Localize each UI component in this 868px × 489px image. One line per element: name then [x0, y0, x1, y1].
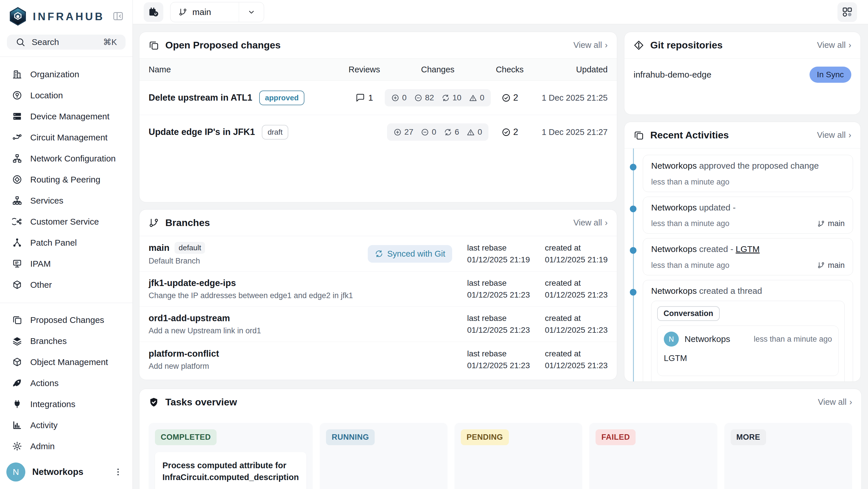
created-at-col: created at 01/12/2025 21:23 — [545, 349, 608, 370]
check-circle-icon — [501, 127, 511, 137]
sidebar-item-admin[interactable]: Admin — [12, 436, 132, 457]
menu-label: Branches — [30, 336, 67, 346]
activity-item: Networkops approved the proposed change … — [643, 155, 853, 192]
proposed-change-name[interactable]: Update edge IP's in JFK1 — [149, 127, 255, 137]
search-input[interactable]: Search ⌘K — [7, 35, 126, 50]
search-placeholder: Search — [32, 37, 59, 47]
tasks-column-completed: COMPLETED Process computed attribute for… — [149, 423, 313, 489]
branch-name[interactable]: jfk1-update-edge-ips — [149, 278, 236, 288]
table-row[interactable]: Delete upstream in ATL1 approved 1 0 82 … — [140, 81, 617, 115]
building-icon — [12, 69, 22, 79]
ipam-icon: IP — [12, 259, 22, 269]
sidebar-item-other[interactable]: Other — [12, 274, 132, 295]
status-badge: PENDING — [461, 429, 509, 445]
cube-icon — [12, 280, 22, 290]
menu-label: Organization — [30, 69, 79, 79]
comment-icon — [356, 93, 365, 103]
main-content: Open Proposed changes View all› Name Rev… — [133, 24, 868, 489]
status-badge: draft — [262, 125, 288, 140]
branch-row-main[interactable]: main default Default Branch Synced with … — [140, 236, 617, 271]
share-icon — [12, 217, 22, 227]
repository-name[interactable]: infrahub-demo-edge — [633, 70, 711, 80]
sidebar-item-organization[interactable]: Organization — [12, 64, 132, 85]
sidebar-item-activity[interactable]: Activity — [12, 414, 132, 436]
column-changes: Changes — [421, 65, 455, 75]
sidebar-item-location[interactable]: Location — [12, 85, 132, 106]
sidebar-item-services[interactable]: Services — [12, 190, 132, 211]
activity-action: updated - — [699, 203, 736, 212]
git-branch-icon — [179, 8, 187, 17]
sidebar-item-circuit-management[interactable]: Circuit Management — [12, 127, 132, 148]
cube-icon — [12, 357, 22, 367]
branch-name[interactable]: main — [149, 243, 169, 253]
gear-icon — [12, 441, 22, 451]
branch-selector[interactable]: main — [170, 2, 264, 22]
activity-item-thread: Networkops created a thread Conversation… — [643, 280, 853, 382]
activity-log-icon — [633, 130, 644, 140]
current-branch-label: main — [192, 7, 211, 17]
branch-name[interactable]: ord1-add-upstream — [149, 313, 230, 323]
activity-action: created - — [699, 244, 733, 254]
proposed-change-name[interactable]: Delete upstream in ATL1 — [149, 92, 252, 103]
infrahub-logo-icon — [9, 7, 27, 27]
sidebar-item-network-configuration[interactable]: Network Configuration — [12, 148, 132, 169]
sidebar-item-object-management[interactable]: Object Management — [12, 351, 132, 373]
sidebar-item-integrations[interactable]: Integrations — [12, 394, 132, 414]
patch-panel-icon — [12, 237, 22, 248]
sidebar-item-customer-service[interactable]: Customer Service — [12, 211, 132, 232]
activity-object-link[interactable]: LGTM — [736, 244, 760, 254]
sidebar-item-branches[interactable]: Branches — [12, 330, 132, 351]
sidebar-collapse-button[interactable] — [112, 10, 125, 23]
sidebar-item-ipam[interactable]: IP IPAM — [12, 253, 132, 274]
repository-row[interactable]: infrahub-demo-edge In Sync — [624, 58, 861, 91]
created-at-col: created at 01/12/2025 21:23 — [545, 314, 608, 335]
sidebar-item-device-management[interactable]: Device Management — [12, 106, 132, 127]
message-text: LGTM — [664, 353, 832, 363]
menu-label: Routing & Peering — [30, 175, 100, 184]
sidebar-item-patch-panel[interactable]: Patch Panel — [12, 232, 132, 253]
git-repositories-view-all-link[interactable]: View all› — [817, 40, 851, 50]
dots-vertical-icon[interactable] — [114, 467, 123, 477]
time-travel-button[interactable] — [144, 2, 163, 22]
menu-label: Network Configuration — [30, 154, 116, 164]
apps-button[interactable] — [837, 2, 857, 22]
sidebar-menu-primary: Organization Location Device Management … — [0, 57, 132, 295]
avatar: N — [664, 332, 679, 347]
branches-card: Branches View all› main default Default … — [139, 209, 617, 380]
network-icon — [12, 153, 22, 164]
status-badge: FAILED — [595, 429, 636, 445]
default-badge: default — [175, 242, 205, 254]
card-title: Branches — [165, 217, 210, 228]
activity-actor: Networkops — [651, 203, 696, 212]
plus-circle-icon — [391, 94, 399, 102]
sidebar-item-proposed-changes[interactable]: Proposed Changes — [12, 309, 132, 330]
task-card[interactable]: Process computed attribute for InfraCirc… — [155, 452, 306, 489]
status-badge: MORE — [731, 429, 766, 445]
branch-row[interactable]: jfk1-update-edge-ips Change the IP addre… — [140, 271, 617, 307]
tasks-view-all-link[interactable]: View all› — [818, 397, 852, 407]
updated-cell: 1 Dec 2025 21:27 — [542, 127, 608, 137]
menu-label: Proposed Changes — [30, 315, 104, 325]
reviews-cell: 1 — [356, 93, 373, 103]
status-badge: COMPLETED — [155, 429, 217, 445]
table-row[interactable]: Update edge IP's in JFK1 draft 27 0 6 0 … — [140, 115, 617, 149]
proposed-changes-view-all-link[interactable]: View all› — [574, 40, 608, 50]
activity-actor: Networkops — [651, 161, 696, 170]
branch-row[interactable]: ord1-add-upstream Add a new Upstream lin… — [140, 307, 617, 342]
sidebar-item-routing-peering[interactable]: Routing & Peering — [12, 169, 132, 190]
user-menu[interactable]: N Networkops — [0, 457, 132, 489]
column-name: Name — [149, 65, 340, 75]
message-time: less than a minute ago — [754, 335, 832, 344]
branches-view-all-link[interactable]: View all› — [574, 218, 608, 228]
branch-name[interactable]: platform-conflict — [149, 349, 219, 359]
recent-activities-view-all-link[interactable]: View all› — [817, 130, 851, 140]
activity-time: less than a minute ago — [651, 261, 730, 270]
branch-selector-caret[interactable] — [239, 2, 264, 22]
sidebar-item-actions[interactable]: Actions — [12, 373, 132, 394]
left-column: Open Proposed changes View all› Name Rev… — [139, 32, 617, 380]
menu-label: Integrations — [30, 399, 75, 409]
branch-row[interactable]: platform-conflict Add new platform last … — [140, 342, 617, 377]
branch-selector-value[interactable]: main — [170, 2, 239, 22]
branch-description: Add new platform — [149, 362, 219, 371]
git-branch-icon — [817, 220, 825, 228]
